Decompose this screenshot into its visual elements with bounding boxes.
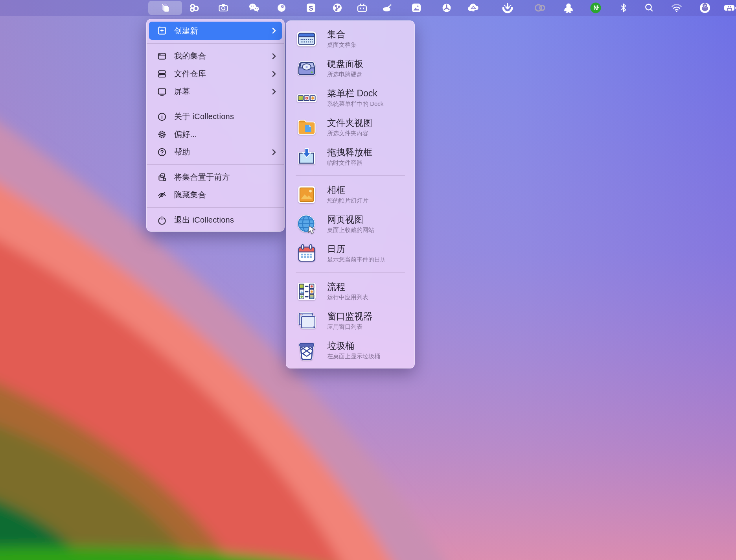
menubar-dock-icon [295, 86, 318, 110]
hard-disk-icon [295, 57, 318, 80]
globe-cursor-icon [295, 212, 318, 236]
submenu-item-folder-view[interactable]: 文件夹视图 所选文件夹内容 [286, 112, 414, 142]
letter-s-icon[interactable]: S [304, 1, 318, 15]
wifi-icon[interactable] [670, 1, 684, 15]
bluetooth-icon[interactable] [616, 1, 631, 15]
menu-item-label: 创建新 [174, 26, 269, 36]
submenu-item-disk-panel[interactable]: 硬盘面板 所选电脑硬盘 [286, 53, 414, 83]
record-circle-icon[interactable] [274, 1, 289, 15]
wechat-icon[interactable] [247, 1, 261, 15]
menu-item-label: 我的集合 [174, 51, 269, 61]
submenu-item-drop-box[interactable]: 拖拽释放框 临时文件容器 [286, 142, 414, 171]
submenu-item-title: 菜单栏 Dock [327, 88, 383, 99]
submenu-item-subtitle: 系统菜单栏中的 Dock [327, 100, 383, 108]
submenu-separator [296, 272, 405, 273]
menu-item-create-new[interactable]: 创建新 [149, 22, 282, 40]
submenu-item-subtitle: 应用窗口列表 [327, 323, 372, 331]
photo-frame-icon [295, 183, 318, 206]
trash-basket-icon [295, 339, 318, 362]
power-icon [156, 215, 168, 225]
submenu-item-subtitle: 临时文件容器 [327, 159, 372, 167]
menu-bar: S [0, 0, 736, 16]
drop-box-icon [295, 145, 318, 169]
submenu-item-subtitle: 在桌面上显示垃圾桶 [327, 353, 380, 360]
eye-slash-icon [156, 190, 168, 200]
menu-item-screens[interactable]: 屏幕 [149, 83, 282, 100]
submenu-item-subtitle: 所选文件夹内容 [327, 130, 372, 137]
submenu-item-title: 集合 [327, 29, 357, 40]
create-new-submenu: 集合 桌面文档集 硬盘面板 所选电脑硬盘 [286, 20, 415, 368]
icollections-stack-icon[interactable] [158, 1, 173, 15]
question-circle-icon [156, 147, 168, 157]
submenu-item-title: 日历 [327, 243, 386, 255]
submenu-item-window-monitor[interactable]: 窗口监视器 应用窗口列表 [286, 306, 414, 335]
menu-item-about[interactable]: 关于 iCollections [149, 108, 282, 125]
monitor-icon [156, 87, 168, 97]
svg-text:S: S [309, 5, 313, 12]
photo-icon[interactable] [409, 1, 423, 15]
submenu-item-title: 文件夹视图 [327, 117, 372, 129]
wheel-y-icon[interactable] [440, 1, 454, 15]
windows-stack-icon [295, 309, 318, 333]
menu-item-file-repository[interactable]: 文件仓库 [149, 65, 282, 83]
submenu-item-photo-frame[interactable]: 相框 您的照片幻灯片 [286, 180, 414, 209]
tv-icon[interactable] [355, 1, 369, 15]
submenu-item-subtitle: 运行中应用列表 [327, 294, 368, 301]
submenu-item-calendar[interactable]: 日历 显示您当前事件的日历 [286, 239, 414, 268]
cloud-upload-icon[interactable] [466, 1, 480, 15]
menu-item-preferences[interactable]: 偏好... [149, 125, 282, 143]
cloud-loops-icon[interactable] [187, 1, 201, 15]
chevron-right-icon [272, 53, 276, 60]
calendar-icon [295, 242, 318, 265]
stacked-drives-icon [156, 69, 168, 79]
menu-separator [147, 207, 284, 208]
submenu-item-trash[interactable]: 垃圾桶 在桌面上显示垃圾桶 [286, 335, 414, 365]
submenu-item-title: 流程 [327, 281, 368, 293]
window-icon [156, 51, 168, 61]
folder-icon [295, 116, 318, 139]
submenu-item-processes[interactable]: 流程 运行中应用列表 [286, 276, 414, 306]
info-circle-icon [156, 112, 168, 122]
menu-item-my-collections[interactable]: 我的集合 [149, 47, 282, 65]
icollections-main-menu: 创建新 我的集合 [146, 19, 285, 232]
menu-item-help[interactable]: 帮助 [149, 143, 282, 161]
menu-item-label: 帮助 [174, 147, 269, 157]
submenu-item-title: 拖拽释放框 [327, 147, 372, 158]
tank-icon[interactable] [380, 1, 394, 15]
letter-n-green-icon[interactable]: N [589, 1, 603, 15]
menu-item-quit[interactable]: 退出 iCollections [149, 211, 282, 229]
submenu-item-web-view[interactable]: 网页视图 桌面上收藏的网站 [286, 209, 414, 239]
submenu-item-collection[interactable]: 集合 桌面文档集 [286, 24, 414, 53]
collection-panel-icon [295, 27, 318, 51]
creative-cloud-icon[interactable] [533, 1, 547, 15]
chevron-right-icon [272, 149, 276, 156]
letter-p-badge-icon[interactable]: P [698, 1, 712, 15]
chevron-right-icon [272, 70, 276, 77]
menu-item-label: 退出 iCollections [174, 215, 276, 225]
submenu-item-menubar-dock[interactable]: 菜单栏 Dock 系统菜单栏中的 Dock [286, 83, 414, 112]
camera-icon[interactable] [216, 1, 230, 15]
submenu-item-title: 相框 [327, 184, 368, 196]
create-new-icon [156, 26, 168, 36]
download-circle-icon[interactable] [500, 1, 515, 15]
gear-icon [156, 129, 168, 140]
menu-item-label: 文件仓库 [174, 68, 269, 79]
svg-text:P: P [704, 4, 707, 8]
chevron-right-icon [272, 88, 276, 95]
git-branch-icon[interactable] [330, 1, 344, 15]
chevron-right-icon [272, 27, 276, 34]
menu-item-label: 偏好... [174, 129, 276, 140]
menu-item-hide-collections[interactable]: 隐藏集合 [149, 186, 282, 204]
menu-separator [147, 104, 284, 104]
menu-item-bring-to-front[interactable]: 将集合置于前方 [149, 168, 282, 186]
submenu-item-subtitle: 桌面文档集 [327, 41, 357, 49]
penguin-icon[interactable] [561, 1, 576, 15]
menu-item-label: 隐藏集合 [174, 190, 276, 200]
process-grid-icon [295, 280, 318, 303]
overlapping-squares-icon [156, 172, 168, 182]
submenu-item-title: 网页视图 [327, 214, 374, 225]
battery-charging-icon[interactable] [723, 1, 736, 15]
submenu-item-title: 窗口监视器 [327, 311, 372, 322]
submenu-separator [296, 175, 405, 176]
spotlight-search-icon[interactable] [642, 1, 656, 15]
